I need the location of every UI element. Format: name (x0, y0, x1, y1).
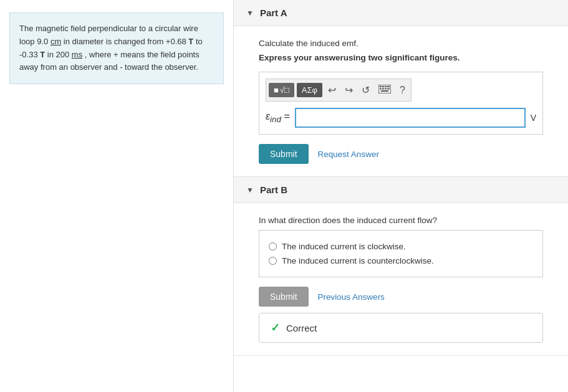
unit-T1: T (188, 37, 193, 46)
math-label: ΑΣφ (302, 85, 317, 95)
svg-rect-6 (382, 88, 384, 89)
svg-rect-1 (380, 86, 382, 87)
svg-rect-9 (381, 90, 388, 92)
part-a-collapse-arrow: ▼ (246, 9, 254, 17)
left-panel: The magnetic field perpendicular to a ci… (0, 0, 234, 392)
svg-rect-5 (380, 88, 382, 89)
problem-description: The magnetic field perpendicular to a ci… (9, 12, 224, 84)
right-panel: ▼ Part A Calculate the induced emf. Expr… (234, 0, 568, 392)
radio-clockwise-input[interactable] (269, 242, 277, 251)
part-a-header[interactable]: ▼ Part A (234, 0, 568, 26)
radio-counterclockwise[interactable]: The induced current is counterclockwise. (269, 256, 533, 265)
help-button[interactable]: ? (397, 82, 408, 98)
problem-text: The magnetic field perpendicular to a ci… (19, 24, 203, 72)
radio-counterclockwise-label: The induced current is counterclockwise. (282, 256, 434, 265)
part-b-header[interactable]: ▼ Part B (234, 177, 568, 203)
radio-clockwise[interactable]: The induced current is clockwise. (269, 242, 533, 251)
redo-button[interactable]: ↪ (342, 82, 356, 98)
radio-counterclockwise-input[interactable] (269, 257, 277, 265)
sqrt-icon: ■ (274, 85, 279, 95)
unit-ms: ms (72, 50, 82, 59)
svg-rect-8 (387, 88, 390, 89)
request-answer-link[interactable]: Request Answer (318, 150, 379, 159)
part-a-section: ▼ Part A Calculate the induced emf. Expr… (234, 0, 568, 177)
editor-toolbar: ■ √□ ΑΣφ ↩ ↪ ↺ (266, 79, 412, 102)
math-symbols-button[interactable]: ΑΣφ (297, 83, 322, 97)
keyboard-button[interactable] (375, 82, 394, 98)
part-a-content: Calculate the induced emf. Express your … (234, 26, 568, 176)
unit-cm: cm (51, 37, 61, 46)
unit-T2: T (40, 50, 45, 59)
keyboard-icon (378, 85, 391, 93)
unit-label: V (531, 113, 536, 123)
formula-editor: ■ √□ ΑΣφ ↩ ↪ ↺ (259, 72, 543, 135)
part-b-section: ▼ Part B In what direction does the indu… (234, 177, 568, 356)
radio-clockwise-label: The induced current is clockwise. (282, 242, 406, 251)
svg-rect-7 (385, 88, 387, 89)
undo-button[interactable]: ↩ (325, 82, 339, 98)
part-a-title: Part A (260, 7, 287, 18)
part-b-question: In what direction does the induced curre… (259, 216, 543, 225)
sqrt-label: √□ (280, 85, 289, 95)
part-a-actions: Submit Request Answer (259, 144, 543, 164)
epsilon-label: εind = (266, 111, 290, 124)
part-b-content: In what direction does the induced curre… (234, 203, 568, 355)
svg-rect-3 (385, 86, 387, 87)
answer-input-field[interactable] (295, 108, 526, 128)
correct-result-box: ✓ Correct (259, 313, 543, 343)
checkmark-icon: ✓ (271, 321, 280, 335)
correct-label: Correct (286, 323, 317, 333)
svg-rect-2 (382, 86, 384, 87)
part-a-express: Express your answerusing two significant… (259, 53, 543, 62)
part-a-submit-button[interactable]: Submit (259, 144, 309, 164)
sqrt-button[interactable]: ■ √□ (269, 83, 294, 97)
reset-button[interactable]: ↺ (359, 82, 373, 98)
part-b-actions: Submit Previous Answers (259, 287, 543, 307)
part-b-title: Part B (260, 184, 287, 195)
part-b-collapse-arrow: ▼ (246, 186, 254, 194)
part-b-submit-button[interactable]: Submit (259, 287, 309, 307)
svg-rect-4 (387, 86, 390, 87)
answer-input-row: εind = V (266, 108, 536, 128)
previous-answers-link[interactable]: Previous Answers (318, 292, 385, 302)
part-a-question: Calculate the induced emf. (259, 39, 543, 48)
direction-radio-group: The induced current is clockwise. The in… (259, 230, 543, 277)
